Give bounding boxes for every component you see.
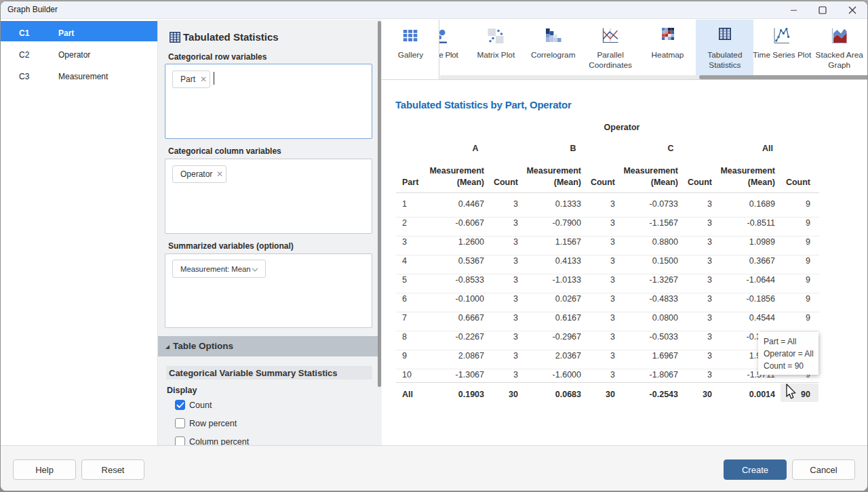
col-vars-label: Categorical column variables — [168, 146, 281, 156]
gallery-tile-heatmap[interactable]: Heatmap — [639, 20, 696, 75]
table-group-header-a: A — [445, 144, 506, 153]
mouse-cursor — [783, 384, 797, 401]
chip-part-remove-icon[interactable]: ✕ — [200, 75, 207, 84]
table-row-7: 70.666730.616730.080030.45449 — [395, 310, 820, 329]
row-value-cell: 3 — [491, 332, 518, 342]
table-row-1: 10.446730.13333-0.073330.16899 — [395, 196, 820, 215]
table-row-6: 6-0.100030.02673-0.48333-0.18569 — [395, 291, 820, 310]
chip-operator[interactable]: Operator ✕ — [172, 165, 226, 183]
row-value-cell: -0.0733 — [617, 199, 678, 209]
chip-operator-remove-icon[interactable]: ✕ — [216, 169, 223, 179]
row-value-cell: 3 — [685, 237, 712, 247]
gallery-tile-gallery[interactable]: Gallery — [382, 20, 439, 79]
summarized-label: Summarized variables (optional) — [168, 241, 294, 251]
row-value-cell: -1.8067 — [617, 370, 678, 380]
cancel-button[interactable]: Cancel — [792, 459, 855, 480]
help-button[interactable]: Help — [13, 459, 76, 480]
table-row-all: All0.1903300.068330-0.2543300.001490 — [395, 386, 820, 405]
table-group-header-all: All — [737, 144, 798, 153]
table-row-divider — [396, 236, 819, 237]
gallery-tile-stacked-area-graph[interactable]: Stacked Area Graph — [810, 20, 867, 75]
gallery-tile-label: Correlogram — [521, 50, 585, 60]
close-button[interactable] — [837, 1, 867, 19]
column-name: Part — [58, 28, 74, 38]
reset-button[interactable]: Reset — [81, 459, 144, 480]
gallery-tile-label: Stacked Area Graph — [807, 50, 867, 70]
table-row-divider — [396, 369, 819, 369]
row-value-cell: 0.1689 — [714, 199, 775, 209]
checkbox-unchecked[interactable] — [175, 418, 185, 428]
create-button[interactable]: Create — [724, 459, 787, 480]
tooltip-line: Part = All — [764, 337, 796, 346]
row-value-cell: 3 — [491, 313, 518, 323]
row-value-cell: 3 — [491, 275, 518, 285]
checkbox-checked[interactable] — [175, 400, 185, 410]
row-value-cell: 3 — [588, 332, 615, 342]
row-value-cell: 1.0989 — [714, 237, 775, 247]
cat-summary-label: Categorical Variable Summary Statistics — [169, 368, 338, 378]
gallery-tile-label: Gallery — [378, 50, 443, 60]
gallery-hscrollbar-thumb[interactable] — [699, 75, 867, 79]
table-row-divider — [396, 350, 819, 350]
row-value-cell: -1.1567 — [617, 218, 678, 228]
row-value-cell: 0.1333 — [520, 199, 581, 209]
row-value-cell: 9 — [783, 313, 810, 323]
row-value-cell: 0.3667 — [714, 256, 775, 266]
gallery-hscrollbar[interactable] — [440, 75, 867, 79]
table-row-divider — [396, 217, 819, 218]
maximize-button[interactable] — [808, 1, 837, 19]
row-value-cell: -0.8511 — [714, 218, 775, 228]
row-value-cell: 9 — [783, 294, 810, 304]
gallery-tile-correlogram[interactable]: Correlogram — [524, 20, 582, 75]
column-id: C3 — [19, 72, 29, 81]
table-row-8: 8-0.22673-0.29673-0.50333-0.34229 — [395, 329, 820, 348]
column-row-part[interactable]: C1Part — [1, 21, 157, 41]
summarized-box[interactable]: Measurement: Mean — [165, 253, 372, 328]
row-value-cell: 3 — [491, 237, 518, 247]
row-value-cell: 3 — [491, 294, 518, 304]
gallery-tile-matrix-plot[interactable]: Matrix Plot — [467, 20, 525, 75]
row-value-cell: 0.1903 — [423, 390, 484, 399]
row-value-cell: -1.0133 — [520, 275, 581, 285]
display-label: Display — [167, 386, 197, 395]
row-value-cell: 0.1500 — [617, 256, 678, 266]
table-options-header[interactable]: Table Options — [158, 336, 378, 356]
measurement-header: Measurement — [423, 166, 484, 176]
builder-scrollbar-thumb[interactable] — [378, 21, 381, 387]
row-value-cell: -0.1856 — [714, 294, 775, 304]
gallery-strip: GalleryLine PlotMatrix PlotCorrelogramPa… — [382, 20, 867, 80]
parallel-coordinates-icon — [602, 28, 618, 43]
row-value-cell: 3 — [588, 199, 615, 209]
row-value-cell: -1.6000 — [520, 370, 581, 380]
row-value-cell: -0.6067 — [423, 218, 484, 228]
row-value-cell: 2.0367 — [520, 351, 581, 361]
table-row-4: 40.536730.413330.150030.36679 — [395, 253, 820, 272]
results-area: Tabulated Statistics by Part, Operator O… — [382, 80, 867, 445]
row-value-cell: 3 — [491, 218, 518, 228]
minimize-button[interactable] — [778, 1, 808, 19]
gallery-tile-time-series-plot[interactable]: Time Series Plot — [753, 20, 811, 75]
row-vars-box[interactable]: Part ✕ — [165, 64, 372, 139]
heatmap-icon — [662, 28, 674, 40]
gallery-tile-tabulated-statistics[interactable]: Tabulated Statistics — [696, 20, 753, 75]
measurement-header: Measurement — [714, 166, 775, 176]
gallery-tile-parallel-coordinates[interactable]: Parallel Coordinates — [582, 20, 639, 75]
maximize-icon — [818, 6, 827, 14]
summarized-dropdown[interactable]: Measurement: Mean — [172, 260, 266, 278]
row-value-cell: -0.2967 — [520, 332, 581, 342]
builder-panel: Tabulated Statistics Categorical row var… — [158, 20, 382, 445]
row-value-cell: -0.2267 — [423, 332, 484, 342]
column-row-operator[interactable]: C2Operator — [1, 43, 157, 63]
row-vars-label: Categorical row variables — [168, 52, 267, 62]
table-span-header-operator: Operator — [520, 123, 724, 132]
row-value-cell: 9 — [783, 218, 810, 228]
time-series-plot-icon — [774, 28, 790, 44]
col-vars-box[interactable]: Operator ✕ — [165, 159, 372, 234]
row-value-cell: 3 — [588, 256, 615, 266]
row-value-cell: 30 — [685, 390, 712, 399]
column-row-measurement[interactable]: C3Measurement — [1, 64, 157, 85]
measurement-header: Measurement — [520, 166, 581, 176]
gallery-tile-label: Tabulated Statistics — [692, 50, 757, 70]
chip-part[interactable]: Part ✕ — [172, 70, 210, 88]
row-value-cell: 0.6667 — [423, 313, 484, 323]
